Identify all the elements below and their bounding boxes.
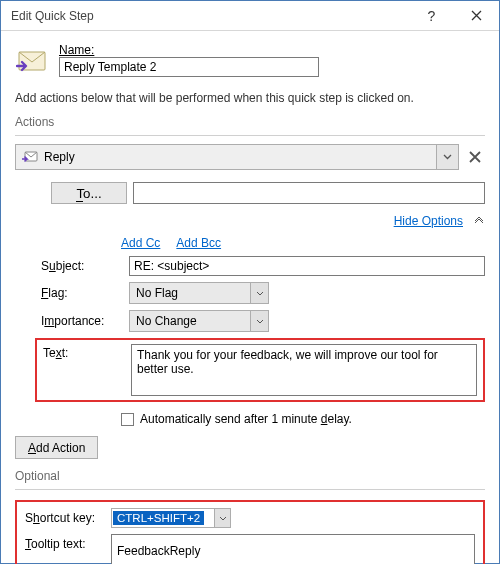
help-button[interactable]: ?	[409, 1, 454, 31]
chevron-up-icon	[473, 215, 485, 227]
shortcut-label: Shortcut key:	[25, 511, 105, 525]
add-action-button[interactable]: Add Action	[15, 436, 98, 459]
titlebar: Edit Quick Step ?	[1, 1, 499, 31]
optional-section-label: Optional	[15, 469, 485, 483]
x-icon	[468, 150, 482, 164]
subject-label: Subject:	[41, 259, 121, 273]
chevron-down-icon	[250, 311, 268, 331]
to-button[interactable]: To...	[51, 182, 127, 204]
importance-value: No Change	[136, 314, 197, 328]
shortcut-value: CTRL+SHIFT+2	[113, 511, 204, 525]
reply-icon	[22, 151, 38, 163]
actions-section-label: Actions	[15, 115, 485, 129]
tooltip-text-input[interactable]	[111, 534, 475, 564]
close-button[interactable]	[454, 1, 499, 31]
importance-label: Importance:	[41, 314, 121, 328]
description-text: Add actions below that will be performed…	[15, 91, 485, 105]
shortcut-key-select[interactable]: CTRL+SHIFT+2	[111, 508, 231, 528]
close-icon	[471, 10, 482, 21]
action-type-select[interactable]: Reply	[15, 144, 459, 170]
divider	[15, 489, 485, 490]
dialog-title: Edit Quick Step	[1, 9, 409, 23]
tooltip-label: Tooltip text:	[25, 534, 105, 551]
quick-step-icon	[15, 47, 51, 77]
text-body-input[interactable]: Thank you for your feedback, we will imp…	[131, 344, 477, 396]
text-label: Text:	[43, 344, 123, 396]
auto-send-checkbox[interactable]	[121, 413, 134, 426]
add-cc-link[interactable]: Add Cc	[121, 236, 160, 250]
chevron-down-icon	[214, 509, 230, 527]
hide-options-link[interactable]: Hide Options	[394, 214, 463, 228]
divider	[15, 135, 485, 136]
subject-input[interactable]	[129, 256, 485, 276]
action-type-value: Reply	[44, 150, 75, 164]
to-input[interactable]	[133, 182, 485, 204]
chevron-down-icon	[250, 283, 268, 303]
chevron-down-icon	[436, 145, 458, 169]
flag-label: Flag:	[41, 286, 121, 300]
auto-send-label: Automatically send after 1 minute delay.	[140, 412, 352, 426]
flag-value: No Flag	[136, 286, 178, 300]
delete-action-button[interactable]	[465, 147, 485, 167]
add-bcc-link[interactable]: Add Bcc	[176, 236, 221, 250]
flag-select[interactable]: No Flag	[129, 282, 269, 304]
edit-quick-step-dialog: Edit Quick Step ? Name: Add actions belo…	[0, 0, 500, 564]
name-label: Name:	[59, 43, 485, 57]
importance-select[interactable]: No Change	[129, 310, 269, 332]
name-input[interactable]	[59, 57, 319, 77]
